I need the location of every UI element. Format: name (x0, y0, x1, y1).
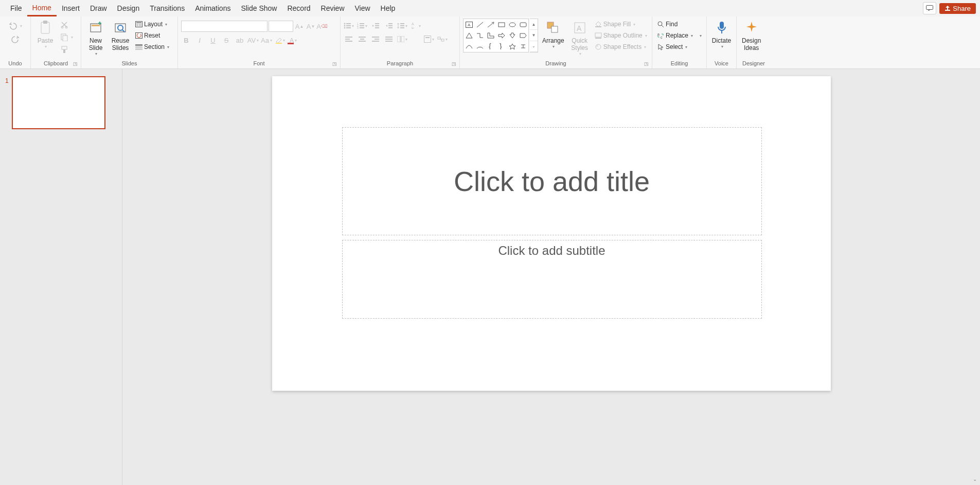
increase-font-button[interactable]: A▲ (294, 21, 305, 31)
format-painter-button[interactable] (59, 44, 75, 55)
columns-button[interactable] (397, 34, 407, 44)
highlight-button[interactable] (275, 35, 285, 45)
shape-line[interactable] (474, 19, 485, 30)
shape-pentagon[interactable] (518, 30, 528, 41)
shape-effects-button[interactable]: Shape Effects (593, 42, 649, 51)
tab-home[interactable]: Home (27, 1, 57, 16)
copy-button[interactable] (59, 32, 75, 42)
undo-button[interactable] (7, 21, 24, 31)
shapes-gallery-scroll[interactable]: ▲▼⌄ (530, 19, 538, 53)
shape-arrow-right[interactable] (496, 30, 507, 41)
subtitle-placeholder[interactable]: Click to add subtitle (342, 240, 762, 319)
shape-rounded[interactable] (518, 19, 528, 30)
group-label-clipboard: Clipboard◳ (34, 60, 78, 67)
shape-brace-l[interactable]: { (485, 41, 496, 52)
bold-button[interactable]: B (181, 35, 191, 45)
cut-button[interactable] (59, 20, 75, 30)
svg-rect-40 (388, 25, 393, 26)
bullets-button[interactable] (344, 21, 354, 31)
tab-draw[interactable]: Draw (85, 1, 112, 15)
share-button[interactable]: Share (939, 3, 976, 14)
shape-line-arrow[interactable] (485, 19, 496, 30)
design-ideas-button[interactable]: Design Ideas (740, 19, 763, 53)
tab-file[interactable]: File (5, 1, 27, 15)
tab-transitions[interactable]: Transitions (145, 1, 190, 15)
comments-button[interactable] (923, 2, 936, 14)
tab-review[interactable]: Review (316, 1, 350, 15)
section-button[interactable]: Section (134, 42, 171, 51)
dictate-button[interactable]: Dictate (710, 19, 733, 50)
redo-button[interactable] (9, 34, 22, 44)
svg-rect-25 (346, 23, 351, 24)
select-button[interactable]: Select (655, 42, 689, 51)
text-direction-icon: A (411, 22, 418, 29)
tab-view[interactable]: View (350, 1, 376, 15)
title-placeholder[interactable]: Click to add title (342, 127, 762, 235)
numbering-button[interactable]: 123 (357, 21, 367, 31)
clear-formatting-button[interactable]: A⌫ (317, 21, 327, 31)
shape-elbow[interactable] (474, 30, 485, 41)
shape-rect[interactable] (496, 19, 507, 30)
slide[interactable]: Click to add title Click to add subtitle (272, 76, 831, 391)
shape-oval[interactable] (507, 19, 518, 30)
increase-indent-button[interactable] (384, 21, 394, 31)
char-spacing-button[interactable]: AV (248, 35, 258, 45)
slide-canvas-area[interactable]: Click to add title Click to add subtitle (122, 69, 980, 485)
layout-button[interactable]: Layout (134, 20, 171, 29)
quick-styles-button[interactable]: A Quick Styles (568, 19, 591, 57)
tab-design[interactable]: Design (112, 1, 145, 15)
font-color-button[interactable]: A (288, 35, 298, 45)
justify-button[interactable] (384, 34, 394, 44)
paste-button[interactable]: Paste (34, 19, 57, 50)
text-direction-button[interactable]: A (411, 21, 421, 31)
svg-rect-11 (92, 25, 100, 26)
shape-l[interactable] (485, 30, 496, 41)
font-launcher[interactable]: ◳ (332, 61, 337, 66)
align-left-button[interactable] (344, 34, 354, 44)
shape-curve[interactable] (464, 41, 474, 52)
drawing-launcher[interactable]: ◳ (644, 61, 649, 66)
font-name-input[interactable] (181, 21, 268, 32)
shape-connector[interactable] (518, 41, 528, 52)
tab-record[interactable]: Record (282, 1, 315, 15)
thumbnail-row[interactable]: 1 (5, 76, 117, 129)
shape-star[interactable] (507, 41, 518, 52)
align-right-button[interactable] (370, 34, 381, 44)
strikethrough-button[interactable]: S (221, 35, 231, 45)
tab-slideshow[interactable]: Slide Show (236, 1, 282, 15)
new-slide-button[interactable]: New Slide (84, 19, 107, 57)
reuse-slides-button[interactable]: Reuse Slides (109, 19, 132, 53)
find-button[interactable]: Find (655, 20, 679, 29)
shape-fill-button[interactable]: Shape Fill (593, 20, 649, 29)
slide-thumbnail-panel[interactable]: 1 (0, 69, 122, 485)
tab-insert[interactable]: Insert (57, 1, 85, 15)
replace-button[interactable]: acReplace▾ (655, 31, 694, 40)
shape-outline-button[interactable]: Shape Outline (593, 31, 649, 40)
change-case-button[interactable]: Aa (261, 35, 272, 45)
tab-help[interactable]: Help (376, 1, 401, 15)
font-size-input[interactable] (269, 21, 293, 32)
collapse-ribbon-button[interactable]: ⌄ (973, 476, 977, 482)
underline-button[interactable]: U (208, 35, 218, 45)
svg-rect-59 (401, 36, 404, 42)
reset-button[interactable]: Reset (134, 31, 171, 40)
shape-arrow-updown[interactable] (507, 30, 518, 41)
tab-animations[interactable]: Animations (190, 1, 236, 15)
shadow-button[interactable]: ab (235, 35, 245, 45)
shape-triangle[interactable] (464, 30, 474, 41)
clipboard-launcher[interactable]: ◳ (73, 61, 78, 66)
arrange-button[interactable]: Arrange (540, 19, 566, 50)
shape-brace-r[interactable]: } (496, 41, 507, 52)
shape-textbox[interactable]: A (464, 19, 474, 30)
smartart-button[interactable] (437, 34, 448, 44)
decrease-indent-button[interactable] (370, 21, 381, 31)
line-spacing-button[interactable] (397, 21, 407, 31)
shapes-gallery[interactable]: A { } (463, 19, 529, 53)
paragraph-launcher[interactable]: ◳ (452, 61, 456, 66)
align-center-button[interactable] (357, 34, 367, 44)
slide-thumbnail-1[interactable] (12, 76, 105, 129)
align-text-button[interactable] (424, 34, 434, 44)
italic-button[interactable]: I (194, 35, 205, 45)
shape-arc[interactable] (474, 41, 485, 52)
decrease-font-button[interactable]: A▼ (306, 21, 316, 31)
